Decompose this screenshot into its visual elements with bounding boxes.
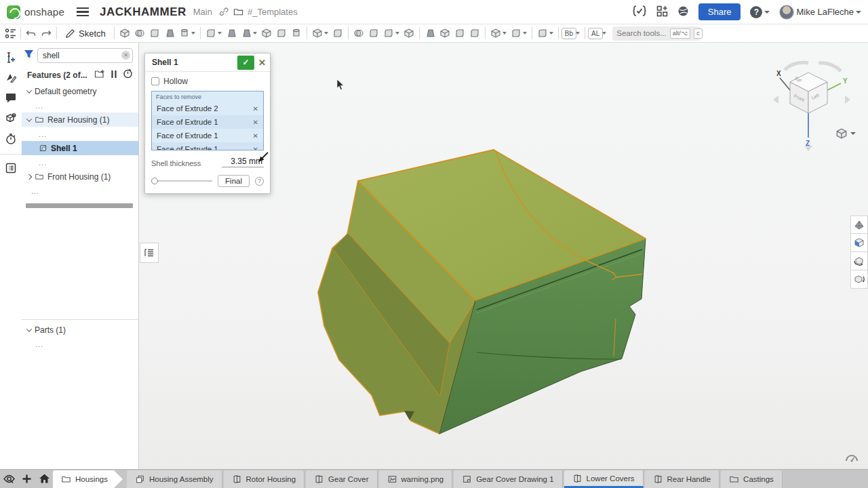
hollow-checkbox[interactable] xyxy=(151,77,159,85)
suppress-icon[interactable] xyxy=(111,69,117,81)
redo-icon[interactable] xyxy=(39,26,54,41)
parent-folder-name[interactable]: #_Templates xyxy=(248,7,298,17)
enclose-dropdown-icon[interactable] xyxy=(502,32,507,35)
remove-face-icon[interactable]: ✕ xyxy=(253,146,258,151)
modify-dropdown-icon[interactable] xyxy=(395,32,399,35)
move-face-icon[interactable] xyxy=(422,26,437,41)
boolean-icon[interactable] xyxy=(351,26,366,41)
rotate-view-button[interactable] xyxy=(850,252,868,270)
tab-rotor-housing[interactable]: Rotor Housing xyxy=(224,470,305,488)
enclose-icon[interactable] xyxy=(488,26,503,41)
split-icon[interactable] xyxy=(366,26,381,41)
view-normal-to-button[interactable] xyxy=(850,234,868,252)
isometric-view-button[interactable] xyxy=(850,216,868,234)
tab-warning-png[interactable]: warning.png xyxy=(379,470,453,488)
add-folder-icon[interactable] xyxy=(94,69,105,81)
view-options-menu[interactable] xyxy=(835,127,856,140)
tree-item-default-geometry[interactable]: Default geometry xyxy=(22,84,138,98)
search-tools-input[interactable]: Search tools... alt/⌥ c xyxy=(612,26,701,41)
chevron-down-icon[interactable] xyxy=(26,87,32,93)
tree-item-shell-1[interactable]: Shell 1 xyxy=(22,141,138,155)
help-menu[interactable]: ? xyxy=(750,6,770,18)
mirror-icon[interactable] xyxy=(330,26,345,41)
fill-dropdown-icon[interactable] xyxy=(523,32,527,35)
draft-icon[interactable] xyxy=(239,26,254,41)
pan-view-button[interactable] xyxy=(850,270,868,289)
tab-gear-cover-drawing-1[interactable]: Gear Cover Drawing 1 xyxy=(454,470,562,488)
comment-icon[interactable] xyxy=(3,90,19,106)
learning-center-icon[interactable]: ? xyxy=(3,110,19,127)
chevron-right-icon[interactable] xyxy=(26,174,32,179)
tree-item-front-housing[interactable]: Front Housing (1) xyxy=(22,169,138,184)
globe-icon[interactable] xyxy=(677,5,689,19)
move-boundary-icon[interactable] xyxy=(467,26,482,41)
custom-feature-al-dropdown-icon[interactable] xyxy=(602,32,606,35)
user-menu[interactable]: Mike LaFleche xyxy=(779,5,861,20)
face-list-item[interactable]: Face of Extrude 1 ✕ xyxy=(152,142,263,150)
appearance-icon[interactable] xyxy=(3,70,19,86)
sheet-metal-icon[interactable] xyxy=(535,26,550,41)
hollow-checkbox-row[interactable]: Hollow xyxy=(151,77,264,86)
chevron-down-icon[interactable] xyxy=(26,116,32,121)
feature-search-input[interactable] xyxy=(37,48,133,63)
rollback-bar[interactable] xyxy=(26,203,133,208)
add-tab-icon[interactable] xyxy=(18,470,35,487)
draft-dropdown-icon[interactable] xyxy=(253,32,257,35)
hole-icon[interactable] xyxy=(289,26,304,41)
extrude-icon[interactable] xyxy=(117,26,132,41)
insert-element-icon[interactable] xyxy=(656,5,668,19)
shell-icon[interactable] xyxy=(274,26,289,41)
measure-icon[interactable] xyxy=(3,49,19,66)
face-list-item[interactable]: Face of Extrude 1 ✕ xyxy=(152,115,263,129)
fillet-icon[interactable] xyxy=(203,26,218,41)
feature-list-flyout-button[interactable] xyxy=(140,243,159,263)
remove-face-icon[interactable]: ✕ xyxy=(253,119,258,126)
sheet-metal-dropdown-icon[interactable] xyxy=(549,32,553,35)
home-icon[interactable] xyxy=(35,470,53,487)
tab-housings[interactable]: Housings xyxy=(53,470,123,488)
chevron-down-icon[interactable] xyxy=(26,326,32,331)
slider-knob[interactable] xyxy=(151,178,158,184)
remove-face-icon[interactable]: ✕ xyxy=(253,132,258,140)
faces-to-remove-list[interactable]: Faces to remove Face of Extrude 2 ✕ Face… xyxy=(151,91,264,150)
onshape-logo-icon[interactable] xyxy=(7,5,20,19)
sweep-icon[interactable] xyxy=(147,26,162,41)
link-icon[interactable] xyxy=(219,7,229,17)
rollback-slider[interactable] xyxy=(151,178,212,184)
thicken-icon[interactable] xyxy=(177,26,192,41)
custom-feature-bb-dropdown-icon[interactable] xyxy=(576,32,580,35)
accept-button[interactable]: ✓ xyxy=(237,56,254,70)
replace-face-icon[interactable] xyxy=(437,26,452,41)
tab-gear-cover[interactable]: Gear Cover xyxy=(306,470,377,488)
performance-gauge-icon[interactable] xyxy=(845,453,859,465)
feature-list-icon[interactable] xyxy=(3,26,18,41)
thicken-dropdown-icon[interactable] xyxy=(191,32,195,35)
final-button[interactable]: Final xyxy=(218,175,250,187)
revolve-icon[interactable] xyxy=(132,26,147,41)
parts-section-header[interactable]: Parts (1) xyxy=(22,323,139,337)
sketch-button[interactable]: Sketch xyxy=(60,26,111,41)
face-list-item[interactable]: Face of Extrude 1 ✕ xyxy=(152,129,263,142)
custom-feature-bb-button[interactable]: Bb xyxy=(561,28,576,39)
tab-housing-assembly[interactable]: Housing Assembly xyxy=(127,470,222,488)
pattern-dropdown-icon[interactable] xyxy=(324,32,328,35)
rollback-history-icon[interactable] xyxy=(123,68,133,81)
fillet-dropdown-icon[interactable] xyxy=(218,32,222,35)
document-menu-icon[interactable] xyxy=(77,7,89,16)
chamfer-icon[interactable] xyxy=(224,26,239,41)
remove-face-icon[interactable]: ✕ xyxy=(253,105,258,113)
dialog-help-icon[interactable]: ? xyxy=(255,177,264,186)
clear-search-icon[interactable]: ✕ xyxy=(121,51,130,60)
modify-fillet-icon[interactable] xyxy=(381,26,396,41)
rib-icon[interactable] xyxy=(259,26,274,41)
tree-item-rear-housing[interactable]: Rear Housing (1) xyxy=(22,113,138,127)
tab-castings[interactable]: Castings xyxy=(721,470,783,488)
fill-icon[interactable] xyxy=(509,26,524,41)
loft-icon[interactable] xyxy=(162,26,177,41)
notes-icon[interactable] xyxy=(3,160,19,176)
workspace-name[interactable]: Main xyxy=(193,7,212,17)
offset-surface-icon[interactable] xyxy=(452,26,467,41)
search-tabs-icon[interactable] xyxy=(0,470,18,487)
help-icon[interactable]: ? xyxy=(750,6,762,18)
featurescript-icon[interactable] xyxy=(632,5,647,18)
